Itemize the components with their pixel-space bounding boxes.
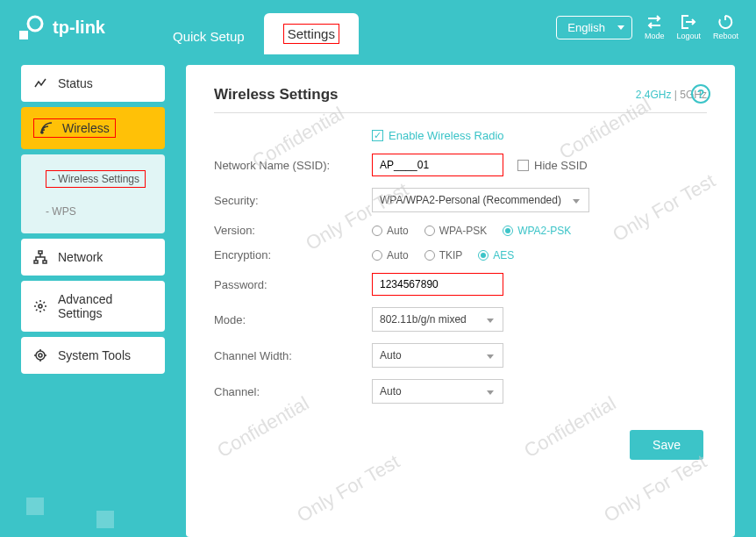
reboot-button[interactable]: Reboot — [713, 14, 738, 40]
subnav-wireless-settings[interactable]: - Wireless Settings — [21, 161, 165, 197]
channel-select[interactable]: Auto — [372, 379, 503, 404]
version-wpa2psk-radio[interactable]: WPA2-PSK — [503, 225, 571, 237]
sidebar-item-status[interactable]: Status — [21, 65, 165, 102]
svg-point-7 — [39, 354, 42, 357]
encryption-label: Encryption: — [214, 248, 372, 261]
system-tools-icon — [33, 348, 47, 362]
security-select[interactable]: WPA/WPA2-Personal (Recommended) — [372, 188, 589, 212]
mode-select[interactable]: 802.11b/g/n mixed — [372, 307, 503, 332]
ssid-label: Network Name (SSID): — [214, 159, 372, 172]
mode-button[interactable]: Mode — [645, 14, 665, 40]
brand-logo: tp-link — [18, 13, 105, 41]
channel-label: Channel: — [214, 385, 372, 398]
watermark: Only For Test — [293, 450, 403, 527]
brand-text: tp-link — [53, 18, 105, 38]
wireless-icon — [39, 121, 53, 135]
channel-width-select[interactable]: Auto — [372, 343, 503, 368]
tab-settings[interactable]: Settings — [264, 13, 359, 54]
page-title: Wireless Settings — [214, 86, 339, 104]
svg-rect-4 — [43, 261, 46, 263]
sidebar-item-wireless[interactable]: Wireless — [21, 107, 165, 149]
enable-wireless-checkbox[interactable] — [372, 130, 383, 141]
band-24ghz[interactable]: 2.4GHz — [636, 89, 672, 101]
encryption-aes-radio[interactable]: AES — [478, 249, 514, 261]
sidebar-item-advanced[interactable]: Advanced Settings — [21, 281, 165, 332]
footer-decoration — [0, 498, 114, 537]
reboot-icon — [717, 14, 734, 30]
wireless-form: Enable Wireless Radio Network Name (SSID… — [214, 129, 707, 404]
wireless-subnav: - Wireless Settings - WPS — [21, 154, 165, 233]
save-button[interactable]: Save — [630, 430, 703, 460]
header-right: English Mode Logout Reboot — [556, 14, 738, 40]
encryption-tkip-radio[interactable]: TKIP — [424, 249, 463, 261]
status-icon — [33, 76, 47, 90]
page-header: Wireless Settings 2.4GHz | 5GHz — [214, 86, 707, 113]
advanced-icon — [33, 299, 47, 313]
version-label: Version: — [214, 224, 372, 237]
tplink-logo-icon — [18, 13, 46, 41]
main-layout: Status Wireless - Wireless Settings - WP… — [0, 54, 756, 537]
sidebar-item-network[interactable]: Network — [21, 239, 165, 276]
ssid-input[interactable] — [372, 154, 503, 176]
channel-width-label: Channel Width: — [214, 349, 372, 362]
hide-ssid-checkbox[interactable] — [517, 160, 529, 171]
help-icon[interactable]: ? — [691, 84, 710, 104]
content-panel: ? Wireless Settings 2.4GHz | 5GHz Enable… — [186, 65, 735, 537]
logout-button[interactable]: Logout — [676, 14, 701, 40]
tab-settings-label: Settings — [283, 24, 339, 44]
header: tp-link Quick Setup Settings English Mod… — [0, 0, 756, 54]
svg-rect-2 — [39, 251, 42, 254]
tab-quick-setup[interactable]: Quick Setup — [153, 18, 264, 54]
hide-ssid-label: Hide SSID — [534, 159, 588, 172]
logout-icon — [680, 14, 697, 30]
mode-icon — [645, 14, 663, 30]
encryption-auto-radio[interactable]: Auto — [372, 249, 409, 261]
password-label: Password: — [214, 278, 372, 291]
language-select[interactable]: English — [556, 16, 632, 39]
svg-rect-3 — [34, 261, 38, 263]
sidebar-item-system-tools[interactable]: System Tools — [21, 337, 165, 374]
svg-point-6 — [36, 351, 45, 360]
password-input[interactable] — [372, 273, 503, 296]
version-wpapsk-radio[interactable]: WPA-PSK — [424, 225, 487, 237]
network-icon — [33, 250, 47, 264]
security-label: Security: — [214, 194, 372, 207]
svg-point-0 — [28, 17, 42, 31]
watermark: Only For Test — [600, 450, 710, 527]
top-tabs: Quick Setup Settings — [153, 0, 359, 54]
enable-wireless-label: Enable Wireless Radio — [389, 129, 504, 142]
sidebar: Status Wireless - Wireless Settings - WP… — [0, 54, 175, 537]
mode-label: Mode: — [214, 313, 372, 326]
version-auto-radio[interactable]: Auto — [372, 225, 409, 237]
subnav-wps[interactable]: - WPS — [21, 197, 165, 226]
svg-point-5 — [39, 304, 42, 308]
svg-point-1 — [41, 132, 43, 133]
